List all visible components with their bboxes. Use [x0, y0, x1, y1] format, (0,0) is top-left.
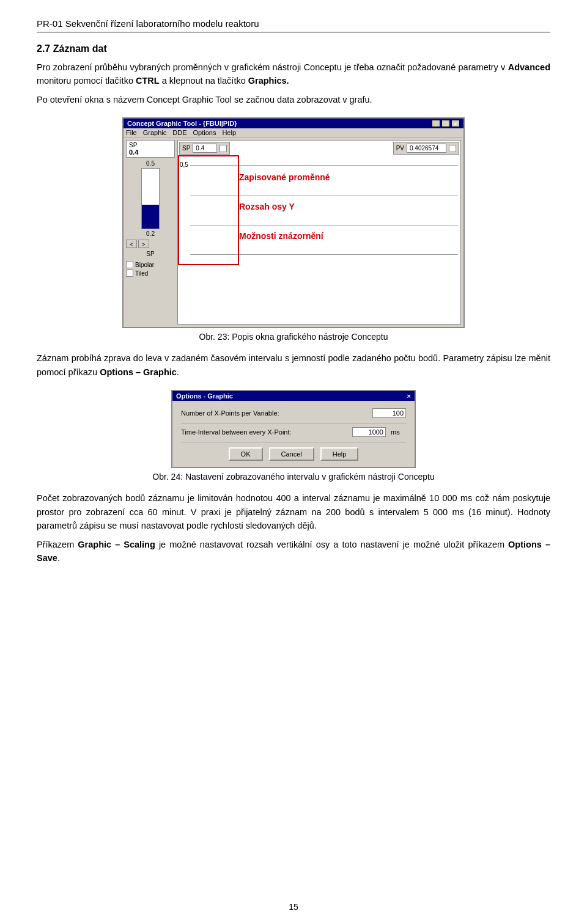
caption-1: Obr. 23: Popis okna grafického nástroje … [199, 332, 388, 342]
cgt-anno-rozsah: Rozsah osy Y [239, 202, 295, 211]
cgt-arrow-right[interactable]: > [138, 240, 149, 248]
cgt-right-panel: SP 0.4 PV 0.4026574 0,5 Zap [177, 140, 461, 324]
cgt-minimize-btn[interactable]: _ [432, 120, 440, 127]
cgt-y-axis-top: 0,5 [180, 161, 188, 168]
og-titlebar: Options - Graphic × [172, 391, 415, 401]
cgt-menu-graphic[interactable]: Graphic [143, 129, 167, 136]
cgt-y-low: 0.2 [146, 230, 155, 237]
cgt-chart-line-4 [190, 254, 458, 255]
cgt-sp-value: 0.4 [129, 148, 172, 156]
cgt-chart-sp-label: SP [182, 145, 190, 152]
og-label-1: Number of X-Points per Variable: [181, 409, 367, 417]
cgt-menu-file[interactable]: File [126, 129, 137, 136]
paragraph-2: Po otevření okna s názvem Concept Graphi… [37, 93, 550, 106]
page-number: 15 [289, 902, 298, 912]
cgt-sp-arrows: < > [126, 240, 175, 248]
cgt-chk-bipolar[interactable] [126, 261, 133, 268]
og-help-button[interactable]: Help [320, 447, 359, 461]
paragraph-1: Pro zobrazení průběhu vybraných proměnný… [37, 61, 550, 88]
cgt-titlebar: Concept Graphic Tool - {FBUI|PID} _ □ × [124, 119, 463, 128]
paragraph-4: Počet zobrazovaných bodů záznamu je limi… [37, 491, 550, 532]
og-separator-2 [181, 442, 406, 442]
section-heading: 2.7 Záznam dat [37, 43, 550, 54]
cgt-anno-zapisovane: Zapisované proměnné [239, 172, 330, 182]
cgt-chart-sp-chk[interactable] [220, 145, 227, 152]
cgt-title: Concept Graphic Tool - {FBUI|PID} [127, 120, 237, 127]
cgt-sp-box: SP 0.4 [126, 140, 175, 158]
og-row-1: Number of X-Points per Variable: [181, 408, 406, 418]
og-title: Options - Graphic [176, 392, 233, 400]
cgt-red-box [178, 155, 239, 265]
cgt-sp-label: SP [129, 142, 172, 148]
cgt-y-top: 0.5 [146, 160, 155, 167]
cgt-left-panel: SP 0.4 0.5 0.2 < > [126, 140, 175, 324]
cgt-window: Concept Graphic Tool - {FBUI|PID} _ □ × … [122, 117, 465, 328]
header: PR-01 Sekvenční řízení laboratorního mod… [37, 18, 550, 32]
paragraph-5: Příkazem Graphic – Scaling je možné nast… [37, 538, 550, 565]
cgt-chart-pv-chk[interactable] [449, 145, 456, 152]
cgt-sp-slider-fill [142, 205, 159, 229]
cgt-body: SP 0.4 0.5 0.2 < > [124, 138, 463, 327]
og-unit-ms: ms [391, 428, 406, 436]
cgt-chart-line-top [190, 165, 458, 166]
caption-2: Obr. 24: Nastavení zobrazovaného interva… [152, 472, 434, 482]
cgt-checkboxes: Bipolar Tiled [126, 261, 175, 277]
cgt-pv-value: 0.4026574 [407, 144, 446, 153]
page: PR-01 Sekvenční řízení laboratorního mod… [0, 0, 587, 924]
og-separator-1 [181, 423, 406, 424]
cgt-maximize-btn[interactable]: □ [441, 120, 450, 127]
cgt-chart-line-3 [190, 225, 458, 226]
cgt-anno-moznosti: Možnosti znázornění [239, 231, 323, 241]
cgt-chk-tiled-row: Tiled [126, 270, 175, 277]
cgt-sp-bottom-label: SP [126, 251, 175, 257]
cgt-menu-options[interactable]: Options [193, 129, 216, 136]
figure-2-container: Options - Graphic × Number of X-Points p… [37, 390, 550, 488]
cgt-chk-bipolar-label: Bipolar [135, 262, 154, 268]
cgt-arrow-left[interactable]: < [126, 240, 137, 248]
cgt-chk-bipolar-row: Bipolar [126, 261, 175, 268]
cgt-menu-dde[interactable]: DDE [172, 129, 186, 136]
og-close-btn[interactable]: × [407, 392, 411, 400]
figure-1-container: Concept Graphic Tool - {FBUI|PID} _ □ × … [37, 117, 550, 348]
cgt-chk-tiled[interactable] [126, 270, 133, 277]
og-ok-button[interactable]: OK [229, 447, 263, 461]
og-input-timeinterval[interactable] [352, 427, 386, 437]
og-input-xpoints[interactable] [372, 408, 406, 418]
cgt-chart-sp-value: 0.4 [193, 144, 217, 153]
og-label-2: Time-Interval between every X-Point: [181, 428, 347, 436]
og-row-2: Time-Interval between every X-Point: ms [181, 427, 406, 437]
cgt-menu-help[interactable]: Help [222, 129, 236, 136]
cgt-chk-tiled-label: Tiled [135, 270, 148, 277]
cgt-sp-slider [141, 168, 160, 229]
cgt-chart-line-2 [190, 196, 458, 196]
cgt-menubar: File Graphic DDE Options Help [124, 128, 463, 138]
cgt-close-btn[interactable]: × [451, 120, 460, 127]
cgt-titlebar-buttons: _ □ × [432, 120, 460, 127]
og-window: Options - Graphic × Number of X-Points p… [171, 390, 416, 468]
cgt-pv-label: PV [396, 145, 404, 152]
og-buttons: OK Cancel Help [181, 447, 406, 461]
header-title: PR-01 Sekvenční řízení laboratorního mod… [37, 18, 259, 29]
cgt-pv-box: PV 0.4026574 [393, 142, 459, 155]
cgt-sp-top-box: SP 0.4 [179, 142, 230, 155]
og-cancel-button[interactable]: Cancel [269, 447, 314, 461]
og-body: Number of X-Points per Variable: Time-In… [172, 401, 415, 467]
paragraph-3: Záznam probíhá zprava do leva v zadaném … [37, 351, 550, 379]
